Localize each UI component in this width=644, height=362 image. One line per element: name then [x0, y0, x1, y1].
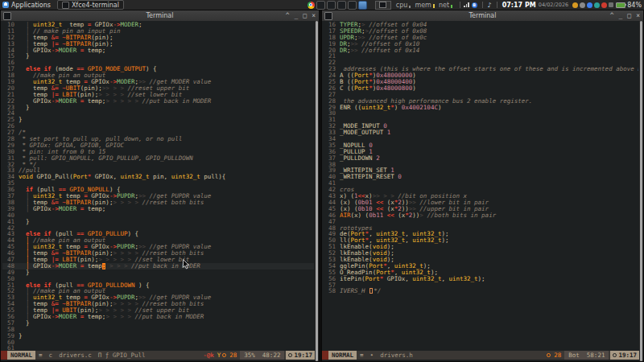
code-line: 57 } — [2, 320, 314, 327]
code-line: 48 │ GPIOx->MODER = temp; > > > //put ba… — [2, 263, 314, 269]
code-area: 16TYPER;> //offset of 0x0417SPEEDR;>//of… — [324, 22, 638, 294]
key-tray-icon[interactable] — [580, 2, 585, 8]
code-line: 20DR;>> //offset of 0x14 — [324, 47, 638, 54]
code-line: 41 — [324, 180, 638, 187]
applications-menu[interactable]: Applications — [11, 2, 51, 9]
code-line: 58IVERS_H */ — [324, 288, 638, 294]
music-player-icon[interactable]: ♪ — [488, 2, 492, 9]
modified-indicator: • — [367, 352, 378, 359]
battery-percent: 84% — [627, 2, 642, 9]
code-area: 10 │ uint32_t temp = GPIOx->MODER;11 │ /… — [2, 22, 314, 352]
statusline-block — [1, 351, 7, 360]
separator — [482, 2, 483, 8]
cpu-monitor-label[interactable]: cpu — [396, 2, 408, 9]
clock-date[interactable]: 04/02/2026 — [539, 2, 568, 8]
code-line: 23 } — [2, 105, 314, 111]
code-line: 37_PULLDOWN 2 — [324, 155, 638, 162]
code-line: 29ENR ((uint32_t*) 0x4002104C) — [324, 105, 638, 111]
warnings-icon — [547, 353, 551, 357]
code-line: 40 — [2, 212, 314, 219]
code-line: 56 │ GPIOx->MODER = temp;> > > > //put b… — [2, 314, 314, 320]
code-line: 31 * pull: GPIO_NOPULL, GPIO_PULLUP, GPI… — [2, 155, 314, 162]
mem-graph — [433, 4, 435, 8]
shade-button[interactable]: ^ — [286, 12, 290, 19]
maximize-button[interactable]: □ — [627, 12, 631, 19]
terminal-icon — [62, 2, 69, 9]
code-line: 30 — [324, 110, 638, 117]
titlebar[interactable]: Terminal ^ _ □ × — [1, 10, 319, 22]
separator — [497, 2, 497, 8]
workspace-switcher[interactable] — [375, 1, 391, 10]
close-button[interactable]: × — [312, 12, 316, 19]
statusline-block — [322, 351, 328, 360]
applications-menu-icon — [2, 2, 9, 8]
scrollbar-thumb[interactable] — [640, 21, 642, 361]
taskbar-window-label: Xfce4-terminal — [72, 2, 119, 9]
terminal-launcher-icon[interactable] — [337, 1, 346, 10]
statusline-clock: 19:17 — [286, 351, 315, 360]
vim-hollow-cursor — [369, 288, 373, 294]
workspace-thumbnail — [379, 2, 386, 8]
terminal-icon — [3, 12, 11, 20]
code-line: 39 │ GPIOx->MODER = temp; — [2, 206, 314, 212]
terminal-icon — [324, 12, 332, 20]
buffer-list-icon: ≡ — [35, 352, 46, 359]
shade-button[interactable]: ^ — [610, 12, 614, 19]
clock-icon — [613, 353, 617, 357]
close-button[interactable]: × — [636, 12, 640, 19]
tray-icon-blue[interactable] — [587, 2, 592, 8]
warnings-count: 28 — [552, 352, 564, 359]
terminal-window-right: Terminal ^ _ □ × 16TYPER;> //offset of 0… — [321, 10, 644, 362]
chrome-launcher-icon[interactable] — [308, 2, 315, 9]
scrollbar[interactable] — [315, 21, 319, 361]
terminal-launcher-icon[interactable] — [327, 1, 336, 10]
function-context-label: Π ƒ GPIO_Pull — [95, 352, 149, 359]
titlebar[interactable]: Terminal ^ _ □ × — [322, 10, 643, 22]
warnings-icon — [222, 353, 226, 357]
taskbar-window-button[interactable]: Xfce4-terminal — [57, 0, 124, 10]
lock-tray-icon[interactable] — [572, 2, 578, 8]
terminal-launcher-icon[interactable] — [348, 1, 357, 10]
code-line: 24 — [2, 110, 314, 117]
clock-icon — [288, 353, 292, 357]
code-line: 14 │ GPIOx->MODER = temp; — [2, 47, 314, 54]
maximize-button[interactable]: □ — [303, 12, 307, 19]
flag-indicator: Y — [216, 352, 223, 359]
statusline-clock: 19:17 — [610, 351, 639, 360]
tray-icon-square[interactable] — [609, 2, 613, 7]
cpu-graph — [409, 6, 411, 8]
code-line: 60 — [2, 339, 314, 346]
desktop-panel: Applications Xfce4-terminal cpu mem net … — [0, 0, 644, 10]
code-line: 41 } — [2, 219, 314, 225]
scroll-position: Bot 58:21 — [564, 351, 609, 360]
filetype-label: c — [46, 352, 56, 359]
code-line: 25} — [2, 117, 314, 123]
scrollbar[interactable] — [639, 21, 643, 361]
minimize-button[interactable]: _ — [619, 12, 623, 19]
mem-monitor-label[interactable]: mem — [415, 2, 431, 9]
code-line: 49 } — [2, 269, 314, 276]
minimize-button[interactable]: _ — [295, 12, 299, 19]
file-manager-icon[interactable] — [358, 1, 367, 10]
battery-icon[interactable] — [616, 2, 625, 8]
code-line: 34void GPIO_Pull(Port* GPIOx, uint32_t p… — [2, 174, 314, 180]
vim-statusline: NORMAL ≡ c drivers.c Π ƒ GPIO_Pull -@k Y… — [1, 351, 315, 360]
code-line: 15 } — [2, 53, 314, 60]
vim-editor-drivers-h[interactable]: 16TYPER;> //offset of 0x0417SPEEDR;>//of… — [322, 21, 643, 361]
net-monitor-label[interactable]: net — [439, 2, 449, 9]
bluetooth-icon[interactable]: B — [472, 2, 477, 8]
vim-mode-indicator: NORMAL — [328, 351, 357, 360]
code-line: 58 — [2, 327, 314, 333]
filename-label: drivers.h — [377, 352, 416, 359]
vim-mode-indicator: NORMAL — [7, 351, 35, 360]
network-signal-icon[interactable] — [464, 2, 469, 7]
scrollbar-thumb[interactable] — [316, 21, 318, 361]
scroll-position: 35% 48:22 — [240, 351, 284, 360]
code-line: 46AIR(x) (0b11 << (x*2))> //both bits in… — [324, 212, 638, 219]
terminal-launcher-icon[interactable] — [316, 1, 325, 10]
vim-editor-drivers-c[interactable]: 10 │ uint32_t temp = GPIOx->MODER;11 │ /… — [1, 21, 319, 361]
tray-icon-red[interactable] — [601, 2, 607, 8]
code-line: 26 — [2, 123, 314, 130]
clock-time[interactable]: 07:17 PM — [502, 2, 536, 9]
tray-icon-teal[interactable] — [594, 2, 600, 8]
